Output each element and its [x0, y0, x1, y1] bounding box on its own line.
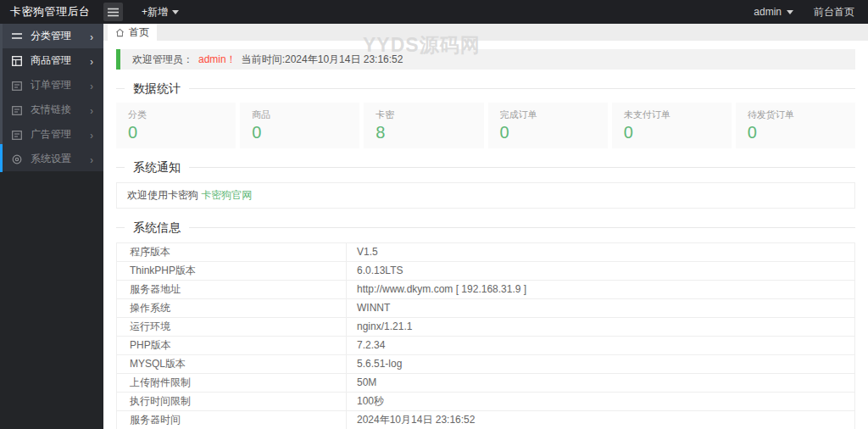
notice-text: 欢迎使用卡密狗 [127, 189, 201, 201]
stat-card-category: 分类 0 [116, 103, 236, 148]
front-site-link[interactable]: 前台首页 [814, 5, 854, 20]
app-title: 卡密狗管理后台 [0, 4, 103, 20]
stat-value: 8 [376, 123, 483, 142]
sidebar-item-links[interactable]: 友情链接 › [0, 98, 103, 122]
table-row: PHP版本 7.2.34 [117, 337, 855, 355]
sidebar: 分类管理 › 商品管理 › 订单管理 › 友情链接 › [0, 24, 103, 429]
sysinfo-section-title: 系统信息 [116, 219, 855, 236]
table-row: MYSQL版本 5.6.51-log [117, 355, 855, 374]
link-icon [12, 104, 23, 115]
chevron-down-icon [172, 10, 179, 14]
table-row: 运行环境 nginx/1.21.1 [117, 318, 855, 337]
table-row: 服务器地址 http://www.dkym.com [ 192.168.31.9… [117, 281, 855, 299]
sidebar-scrollbar-thumb[interactable] [0, 144, 3, 172]
table-row: 程序版本 V1.5 [117, 243, 855, 262]
stat-card-done-orders: 完成订单 0 [488, 103, 608, 148]
table-row: 上传附件限制 50M [117, 374, 855, 393]
divider [116, 88, 855, 89]
sidebar-item-goods[interactable]: 商品管理 › [0, 48, 103, 73]
form-icon [12, 80, 23, 91]
content-area: 首页 欢迎管理员： admin！ 当前时间:2024年10月14日 23:16:… [103, 24, 868, 429]
username: admin [754, 6, 782, 18]
table-row: 服务器时间 2024年10月14日 23:16:52 [117, 411, 855, 429]
chevron-right-icon: › [90, 54, 93, 66]
ad-icon [12, 129, 23, 140]
stats-cards-row: 分类 0 商品 0 卡密 8 完成订单 0 未支付订单 0 待发货订单 0 [116, 103, 855, 148]
divider [116, 167, 855, 168]
gear-icon [12, 153, 23, 164]
chevron-right-icon: › [90, 128, 93, 140]
tab-home[interactable]: 首页 [108, 24, 157, 41]
system-info-table: 程序版本 V1.5 ThinkPHP版本 6.0.13LTS 服务器地址 htt… [116, 242, 855, 429]
tab-bar: 首页 [103, 24, 868, 41]
stats-section-title: 数据统计 [116, 80, 855, 97]
sidebar-item-category[interactable]: 分类管理 › [0, 24, 103, 48]
home-icon [115, 28, 125, 37]
top-header: 卡密狗管理后台 +新增 admin 前台首页 [0, 0, 868, 24]
stat-card-unpaid-orders: 未支付订单 0 [612, 103, 732, 148]
add-new-label: +新增 [142, 5, 168, 20]
list-icon [12, 31, 23, 42]
stat-value: 0 [128, 123, 236, 142]
stat-value: 0 [748, 123, 855, 142]
sidebar-item-ads[interactable]: 广告管理 › [0, 122, 103, 147]
hamburger-icon [108, 8, 119, 17]
header-right: admin 前台首页 [754, 5, 868, 20]
notice-box: 欢迎使用卡密狗 卡密狗官网 [116, 182, 855, 209]
user-dropdown[interactable]: admin [754, 6, 793, 18]
welcome-admin-name: admin！ [198, 53, 236, 67]
welcome-time: 当前时间:2024年10月14日 23:16:52 [242, 53, 403, 67]
table-row: 操作系统 WINNT [117, 299, 855, 318]
official-site-link[interactable]: 卡密狗官网 [201, 189, 252, 201]
sidebar-menu: 分类管理 › 商品管理 › 订单管理 › 友情链接 › [0, 24, 103, 171]
chevron-right-icon: › [90, 153, 93, 164]
welcome-prefix: 欢迎管理员： [132, 53, 193, 67]
chevron-right-icon: › [90, 103, 93, 115]
stat-card-cards: 卡密 8 [364, 103, 483, 148]
stat-value: 0 [252, 123, 359, 142]
chevron-down-icon [787, 10, 793, 14]
stat-value: 0 [624, 123, 732, 142]
table-row: ThinkPHP版本 6.0.13LTS [117, 262, 855, 281]
stat-value: 0 [500, 123, 608, 142]
chevron-right-icon: › [90, 30, 93, 42]
menu-toggle-button[interactable] [103, 3, 123, 21]
sidebar-item-settings[interactable]: 系统设置 › [0, 147, 103, 171]
grid-icon [12, 55, 23, 66]
stat-card-goods: 商品 0 [240, 103, 359, 148]
notice-section-title: 系统通知 [116, 159, 855, 176]
table-row: 执行时间限制 100秒 [117, 393, 855, 411]
welcome-alert: 欢迎管理员： admin！ 当前时间:2024年10月14日 23:16:52 [116, 49, 855, 70]
chevron-right-icon: › [90, 79, 93, 91]
tab-home-label: 首页 [129, 25, 149, 40]
main-panel: 欢迎管理员： admin！ 当前时间:2024年10月14日 23:16:52 … [103, 49, 868, 429]
divider [116, 227, 855, 228]
add-new-button[interactable]: +新增 [142, 5, 179, 20]
sidebar-item-orders[interactable]: 订单管理 › [0, 73, 103, 98]
stat-card-pending-orders: 待发货订单 0 [736, 103, 855, 148]
